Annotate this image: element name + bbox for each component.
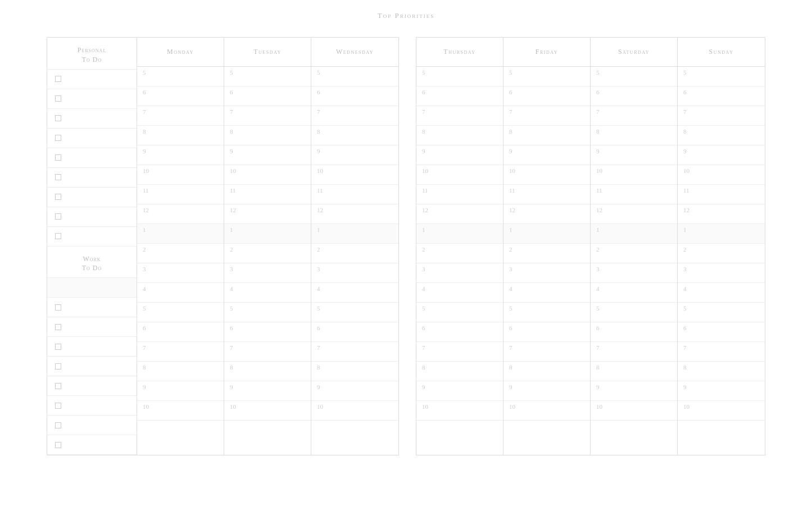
time-row: 4 [311,283,398,303]
personal-todo-row [47,227,137,247]
time-row: 11 [678,185,765,204]
time-row: 10 [137,401,224,421]
top-priorities-label: Top Priorities [17,11,795,20]
todo-sidebar: PersonalTo Do WorkTo Do [47,38,137,455]
time-row: 10 [416,165,503,185]
time-row: 6 [224,322,311,342]
work-todo-title: WorkTo Do [47,247,137,279]
checkbox[interactable] [55,403,61,409]
checkbox[interactable] [55,233,61,239]
monday-column: Monday 5 6 7 8 9 10 11 12 1 2 3 4 5 6 7 … [137,38,224,455]
time-row: 9 [416,145,503,165]
work-todo-row [47,317,137,337]
personal-todo-row [47,168,137,188]
time-row: 6 [591,322,677,342]
time-row: 3 [591,263,677,283]
time-row: 8 [137,126,224,145]
checkbox[interactable] [55,115,61,121]
checkbox[interactable] [55,76,61,82]
page-layout: PersonalTo Do WorkTo Do [17,37,795,455]
time-row: 3 [137,263,224,283]
time-row-divider: 1 [591,224,677,244]
time-row: 6 [416,86,503,106]
time-row: 8 [678,362,765,381]
checkbox[interactable] [55,95,61,102]
work-todo-row [47,435,137,455]
time-row: 7 [591,342,677,362]
checkbox[interactable] [55,135,61,141]
time-row: 10 [416,401,503,421]
time-row: 10 [503,401,590,421]
time-row: 8 [224,362,311,381]
time-row: 6 [311,86,398,106]
time-row: 8 [503,362,590,381]
time-row: 4 [503,283,590,303]
time-row: 10 [224,401,311,421]
time-row: 2 [503,244,590,263]
personal-todo-row [47,148,137,168]
time-row: 3 [311,263,398,283]
sidebar-divider [47,278,137,298]
time-row: 12 [137,204,224,224]
checkbox[interactable] [55,324,61,330]
time-row: 12 [591,204,677,224]
checkbox[interactable] [55,422,61,428]
time-row: 11 [591,185,677,204]
time-row: 7 [416,342,503,362]
time-row: 3 [416,263,503,283]
time-row: 5 [591,303,677,322]
checkbox[interactable] [55,174,61,180]
time-row: 9 [311,381,398,401]
work-todo-section: WorkTo Do [47,247,137,455]
time-row: 7 [311,342,398,362]
time-row: 10 [311,401,398,421]
time-row: 9 [137,381,224,401]
time-row: 8 [503,126,590,145]
checkbox[interactable] [55,442,61,448]
time-row: 5 [311,303,398,322]
time-row: 11 [503,185,590,204]
time-row: 2 [678,244,765,263]
checkbox[interactable] [55,344,61,350]
time-row: 9 [137,145,224,165]
work-todo-row [47,337,137,357]
time-row: 12 [503,204,590,224]
time-row: 6 [311,322,398,342]
time-row: 4 [678,283,765,303]
checkbox[interactable] [55,213,61,220]
time-row: 9 [416,381,503,401]
time-row: 8 [311,126,398,145]
time-row: 7 [224,342,311,362]
time-row: 2 [591,244,677,263]
checkbox[interactable] [55,363,61,370]
checkbox[interactable] [55,304,61,311]
time-row: 10 [311,165,398,185]
time-row: 6 [137,322,224,342]
personal-todo-row [47,188,137,207]
time-row: 5 [591,67,677,86]
time-row: 11 [416,185,503,204]
time-row: 7 [416,106,503,126]
checkbox[interactable] [55,383,61,389]
time-row: 9 [591,381,677,401]
work-todo-rows [47,278,137,455]
time-row-divider: 1 [311,224,398,244]
checkbox[interactable] [55,154,61,161]
checkbox[interactable] [55,194,61,200]
work-todo-row [47,396,137,416]
time-row: 2 [137,244,224,263]
time-row: 5 [224,303,311,322]
personal-todo-section: PersonalTo Do [47,38,137,247]
time-row: 8 [591,126,677,145]
right-week-half: Thursday 5 6 7 8 9 10 11 12 1 2 3 4 5 6 … [416,37,765,455]
time-row: 5 [503,303,590,322]
time-row: 8 [137,362,224,381]
time-row: 12 [678,204,765,224]
time-row-divider: 1 [137,224,224,244]
work-todo-row [47,357,137,376]
left-week-half: PersonalTo Do WorkTo Do [47,37,399,455]
time-row: 10 [678,401,765,421]
time-row: 5 [137,303,224,322]
personal-todo-row [47,207,137,227]
time-row: 9 [678,145,765,165]
